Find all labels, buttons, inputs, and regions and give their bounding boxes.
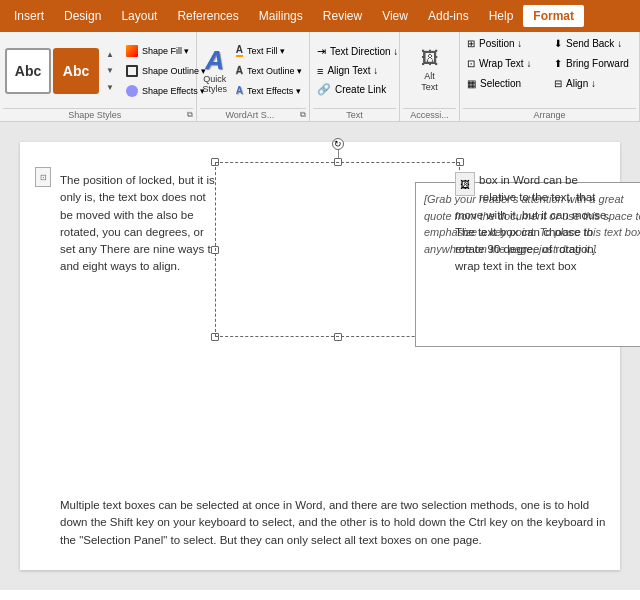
align-text-icon: ≡ — [317, 65, 323, 77]
align-btn[interactable]: ⊟ Align ↓ — [550, 74, 640, 92]
bring-forward-icon: ⬆ — [554, 58, 562, 69]
text-direction-btn[interactable]: ⇥ Text Direction ↓ — [313, 43, 396, 61]
alt-text-icon: 🖼 — [421, 48, 439, 69]
menu-item-layout[interactable]: Layout — [111, 5, 167, 27]
handle-bottom-left[interactable] — [211, 333, 219, 341]
wrap-text-icon: ⊡ — [467, 58, 475, 69]
shape-styles-label: Shape Styles ⧉ — [3, 108, 193, 121]
menu-item-view[interactable]: View — [372, 5, 418, 27]
shape-styles-content: Abc Abc ▲ ▼ ▼ Shape Fill ▾ — [3, 34, 193, 107]
bring-forward-btn[interactable]: ⬆ Bring Forward — [550, 54, 640, 72]
alt-text-btn[interactable]: 🖼 AltText — [405, 42, 455, 100]
document-area: ⊡ The position of locked, but it is only… — [0, 122, 640, 590]
right-paragraph: box in Word can be relative to the text,… — [455, 172, 610, 276]
handle-top-right[interactable] — [456, 158, 464, 166]
menu-item-addins[interactable]: Add-ins — [418, 5, 479, 27]
wordart-styles-group: A QuickStyles A Text Fill ▾ A Text Outli… — [197, 32, 310, 121]
shape-styles-expand-arrow[interactable]: ▼ — [102, 81, 118, 94]
bottom-paragraph: Multiple text boxes can be selected at o… — [60, 497, 610, 550]
wordart-btn[interactable]: A QuickStyles — [200, 42, 230, 100]
shape-styles-down-arrow[interactable]: ▼ — [102, 64, 118, 77]
menu-item-format[interactable]: Format — [523, 5, 584, 27]
text-effects-btn[interactable]: A Text Effects ▾ — [232, 82, 306, 100]
position-icon: ⊞ — [467, 38, 475, 49]
ribbon: Abc Abc ▲ ▼ ▼ Shape Fill ▾ — [0, 32, 640, 122]
text-outline-btn[interactable]: A Text Outline ▾ — [232, 62, 306, 80]
handle-middle-left[interactable] — [211, 246, 219, 254]
right-text-column: 🖼 box in Word can be relative to the tex… — [455, 172, 610, 276]
position-btn[interactable]: ⊞ Position ↓ — [463, 34, 548, 52]
shape-styles-up-arrow[interactable]: ▲ — [102, 48, 118, 61]
text-group-label: Text — [313, 108, 396, 121]
text-fill-btn[interactable]: A Text Fill ▾ — [232, 42, 306, 60]
selection-btn[interactable]: ▦ Selection — [463, 74, 548, 92]
align-text-btn[interactable]: ≡ Align Text ↓ — [313, 62, 396, 80]
handle-bottom-middle[interactable] — [334, 333, 342, 341]
create-link-icon: 🔗 — [317, 83, 331, 96]
wordart-styles-label: WordArt S... ⧉ — [200, 108, 306, 121]
selection-icon: ▦ — [467, 78, 476, 89]
left-margin-icon: ⊡ — [35, 167, 51, 187]
text-group: ⇥ Text Direction ↓ ≡ Align Text ↓ 🔗 Crea… — [310, 32, 400, 121]
floating-textbox-container[interactable]: ↻ [Grab your reader's attention with a g… — [215, 162, 460, 337]
handle-top-left[interactable] — [211, 158, 219, 166]
wordart-content: A QuickStyles A Text Fill ▾ A Text Outli… — [200, 34, 306, 107]
create-link-btn[interactable]: 🔗 Create Link — [313, 81, 396, 99]
menu-item-design[interactable]: Design — [54, 5, 111, 27]
menu-item-help[interactable]: Help — [479, 5, 524, 27]
accessibility-group: 🖼 AltText Accessi... — [400, 32, 460, 121]
arrange-content: ⊞ Position ↓ ⊡ Wrap Text ↓ ▦ Selection ⬇… — [463, 34, 636, 107]
left-text-column: The position of locked, but it is only i… — [60, 172, 220, 276]
shape-style-btn-1[interactable]: Abc — [5, 48, 51, 94]
text-direction-icon: ⇥ — [317, 45, 326, 58]
arrange-group: ⊞ Position ↓ ⊡ Wrap Text ↓ ▦ Selection ⬇… — [460, 32, 640, 121]
shape-styles-group: Abc Abc ▲ ▼ ▼ Shape Fill ▾ — [0, 32, 197, 121]
handle-top-middle[interactable] — [334, 158, 342, 166]
send-back-icon: ⬇ — [554, 38, 562, 49]
wrap-text-btn[interactable]: ⊡ Wrap Text ↓ — [463, 54, 548, 72]
wordart-expand-icon[interactable]: ⧉ — [300, 110, 306, 120]
bottom-text-area: Multiple text boxes can be selected at o… — [60, 497, 610, 550]
access-label: Accessi... — [403, 108, 456, 121]
document-page: ⊡ The position of locked, but it is only… — [20, 142, 620, 570]
shape-styles-expand-icon[interactable]: ⧉ — [187, 110, 193, 120]
text-content: ⇥ Text Direction ↓ ≡ Align Text ↓ 🔗 Crea… — [313, 34, 396, 107]
menu-item-insert[interactable]: Insert — [4, 5, 54, 27]
access-content: 🖼 AltText — [403, 34, 456, 107]
left-paragraph: The position of locked, but it is only i… — [60, 172, 220, 276]
align-icon: ⊟ — [554, 78, 562, 89]
rotate-handle[interactable]: ↻ — [332, 138, 344, 150]
menu-bar: Insert Design Layout References Mailings… — [0, 0, 640, 32]
menu-item-review[interactable]: Review — [313, 5, 372, 27]
shape-style-btn-2[interactable]: Abc — [53, 48, 99, 94]
menu-item-mailings[interactable]: Mailings — [249, 5, 313, 27]
send-back-btn[interactable]: ⬇ Send Back ↓ — [550, 34, 640, 52]
arrange-label: Arrange — [463, 108, 636, 121]
right-image-icon: 🖼 — [455, 172, 475, 196]
wordart-icon: A — [205, 47, 224, 73]
menu-item-references[interactable]: References — [167, 5, 248, 27]
